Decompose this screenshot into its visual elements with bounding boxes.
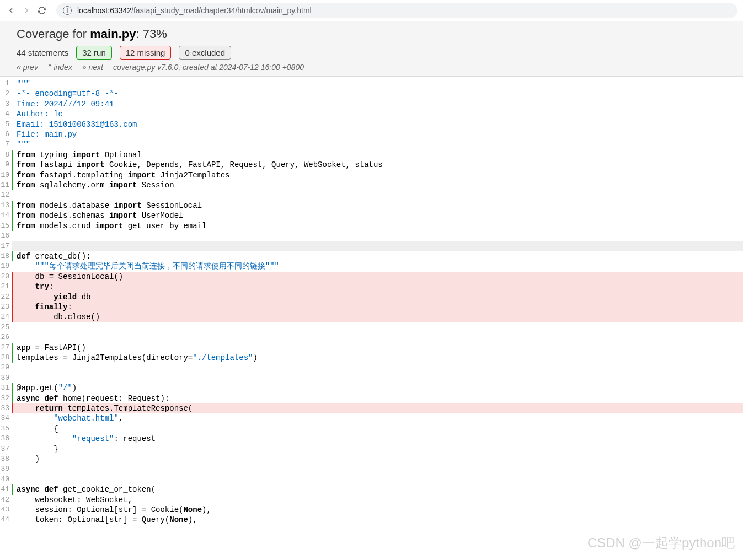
line-content: db.close() <box>12 312 743 322</box>
line-number[interactable]: 30 <box>0 373 12 383</box>
line-content: -*- encoding=utf-8 -*- <box>12 89 743 99</box>
back-button[interactable] <box>6 5 17 16</box>
line-number[interactable]: 25 <box>0 322 12 332</box>
line-number[interactable]: 6 <box>0 130 12 139</box>
line-number[interactable]: 16 <box>0 231 12 241</box>
index-link[interactable]: ^ index <box>48 63 72 72</box>
line-content: try: <box>12 282 743 292</box>
line-number[interactable]: 18 <box>0 251 12 261</box>
line-number[interactable]: 15 <box>0 221 12 231</box>
line-number[interactable]: 24 <box>0 312 12 322</box>
line-number[interactable]: 13 <box>0 201 12 211</box>
line-number[interactable]: 29 <box>0 363 12 373</box>
line-number[interactable]: 27 <box>0 343 12 353</box>
run-badge[interactable]: 32 run <box>76 46 112 60</box>
line-number[interactable]: 40 <box>0 475 12 484</box>
code-line: 20 db = SessionLocal() <box>0 272 743 282</box>
line-number[interactable]: 11 <box>0 180 12 190</box>
line-number[interactable]: 28 <box>0 353 12 363</box>
code-line: 31@app.get("/") <box>0 383 743 393</box>
code-line: 43 session: Optional[str] = Cookie(None)… <box>0 505 743 515</box>
line-content: } <box>12 444 743 454</box>
line-number[interactable]: 42 <box>0 495 12 505</box>
line-number[interactable]: 14 <box>0 211 12 220</box>
line-content: token: Optional[str] = Query(None), <box>12 515 743 525</box>
line-number[interactable]: 17 <box>0 241 12 251</box>
line-number[interactable]: 38 <box>0 454 12 464</box>
line-number[interactable]: 7 <box>0 139 12 149</box>
line-content: templates = Jinja2Templates(directory=".… <box>12 353 743 363</box>
line-content <box>12 190 743 200</box>
code-line: 19 """每个请求处理完毕后关闭当前连接，不同的请求使用不同的链接""" <box>0 261 743 271</box>
url-text: localhost:63342/fastapi_study_road/chapt… <box>77 6 312 15</box>
line-number[interactable]: 33 <box>0 403 12 413</box>
line-content: def create_db(): <box>12 251 743 261</box>
line-number[interactable]: 9 <box>0 160 12 170</box>
line-number[interactable]: 34 <box>0 413 12 423</box>
line-content <box>12 332 743 342</box>
code-line: 8from typing import Optional <box>0 150 743 160</box>
missing-badge[interactable]: 12 missing <box>120 46 172 60</box>
code-line: 4Author: lc <box>0 109 743 119</box>
line-number[interactable]: 4 <box>0 109 12 119</box>
line-content: "webchat.html", <box>12 413 743 423</box>
code-line: 44 token: Optional[str] = Query(None), <box>0 515 743 525</box>
forward-button[interactable] <box>21 5 32 16</box>
next-link[interactable]: » next <box>82 63 103 72</box>
code-line: 25 <box>0 322 743 332</box>
site-info-icon[interactable]: i <box>63 6 72 15</box>
source-code: 1"""2-*- encoding=utf-8 -*-3Time: 2024/7… <box>0 77 743 525</box>
line-content: app = FastAPI() <box>12 343 743 353</box>
browser-toolbar: i localhost:63342/fastapi_study_road/cha… <box>0 0 743 21</box>
line-number[interactable]: 19 <box>0 261 12 271</box>
refresh-button[interactable] <box>36 5 47 16</box>
line-number[interactable]: 21 <box>0 282 12 292</box>
code-line: 42 websocket: WebSocket, <box>0 495 743 505</box>
line-number[interactable]: 22 <box>0 292 12 302</box>
code-line: 37 } <box>0 444 743 454</box>
line-number[interactable]: 1 <box>0 79 12 89</box>
line-content: Email: 15101006331@163.com <box>12 120 743 130</box>
line-content: @app.get("/") <box>12 383 743 393</box>
line-number[interactable]: 44 <box>0 515 12 525</box>
address-bar[interactable]: i localhost:63342/fastapi_study_road/cha… <box>56 3 737 18</box>
prev-link[interactable]: « prev <box>17 63 38 72</box>
code-line: 40 <box>0 475 743 484</box>
line-content: async def home(request: Request): <box>12 394 743 403</box>
line-content: db = SessionLocal() <box>12 272 743 282</box>
line-number[interactable]: 5 <box>0 120 12 130</box>
line-number[interactable]: 39 <box>0 464 12 474</box>
line-number[interactable]: 41 <box>0 484 12 494</box>
code-line: 17 <box>0 241 743 251</box>
line-number[interactable]: 2 <box>0 89 12 99</box>
line-number[interactable]: 20 <box>0 272 12 282</box>
line-content: from models.crud import get_user_by_emai… <box>12 221 743 231</box>
excluded-badge[interactable]: 0 excluded <box>179 46 231 60</box>
line-content: ) <box>12 454 743 464</box>
code-line: 3Time: 2024/7/12 09:41 <box>0 99 743 109</box>
line-content: Time: 2024/7/12 09:41 <box>12 99 743 109</box>
line-number[interactable]: 37 <box>0 444 12 454</box>
line-content <box>12 322 743 332</box>
line-number[interactable]: 35 <box>0 424 12 434</box>
code-line: 12 <box>0 190 743 200</box>
line-number[interactable]: 8 <box>0 150 12 160</box>
line-content: from fastapi.templating import Jinja2Tem… <box>12 170 743 180</box>
line-number[interactable]: 10 <box>0 170 12 180</box>
line-content <box>12 363 743 373</box>
line-number[interactable]: 43 <box>0 505 12 515</box>
line-number[interactable]: 32 <box>0 394 12 403</box>
code-line: 11from sqlalchemy.orm import Session <box>0 180 743 190</box>
version-text: coverage.py v7.6.0, created at 2024-07-1… <box>113 63 304 72</box>
line-number[interactable]: 36 <box>0 434 12 444</box>
line-number[interactable]: 3 <box>0 99 12 109</box>
line-number[interactable]: 12 <box>0 190 12 200</box>
line-number[interactable]: 31 <box>0 383 12 393</box>
code-line: 14from models.schemas import UserModel <box>0 211 743 220</box>
code-line: 13from models.database import SessionLoc… <box>0 201 743 211</box>
code-line: 18def create_db(): <box>0 251 743 261</box>
line-number[interactable]: 23 <box>0 302 12 312</box>
code-line: 7""" <box>0 139 743 149</box>
coverage-header: Coverage for main.py: 73% 44 statements … <box>0 21 743 77</box>
line-number[interactable]: 26 <box>0 332 12 342</box>
